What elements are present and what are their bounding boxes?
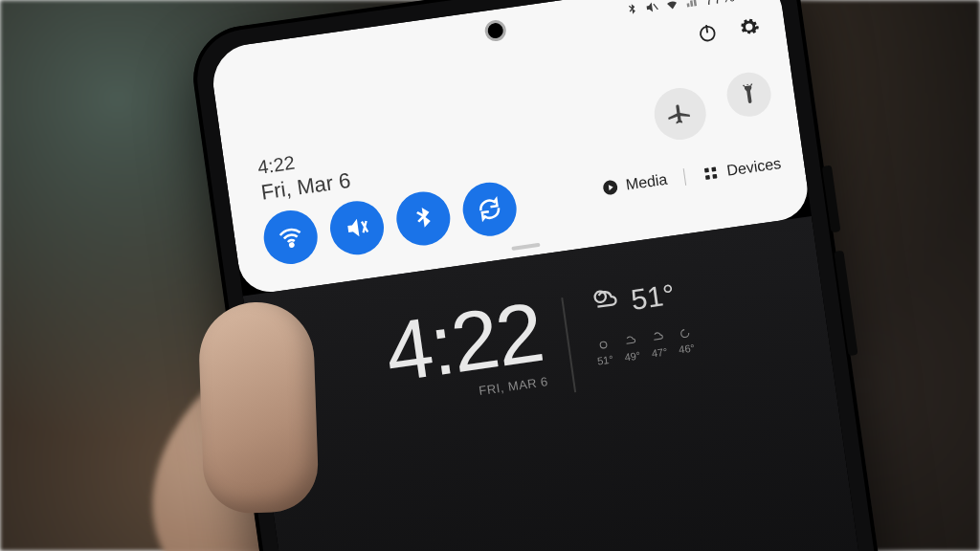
svg-rect-9 [711,166,716,171]
mute-status-icon [644,0,660,15]
forecast-item: 46° [676,325,696,356]
phone: 77% 4:22 Fri, Mar 6 [187,0,913,551]
forecast-temp: 46° [678,342,695,355]
status-bar: 77% [624,0,756,19]
weather-icon [587,282,624,325]
settings-button[interactable] [737,15,761,39]
forecast-temp: 47° [651,345,668,359]
forecast-temp: 49° [624,349,641,363]
mute-vibrate-toggle[interactable] [326,198,387,258]
battery-status-icon [740,0,756,2]
svg-point-13 [599,342,607,349]
auto-rotate-toggle[interactable] [459,179,520,239]
panel-top-buttons [696,15,761,45]
svg-rect-8 [704,167,709,172]
forecast-item: 47° [649,329,669,360]
shortcut-divider [683,168,686,186]
weather-widget[interactable]: 51° 51° 49° 47° 46° [587,273,695,366]
signal-status-icon [684,0,701,10]
home-divider [562,298,577,392]
forecast-item: 49° [621,333,641,364]
power-button[interactable] [696,21,720,45]
phone-screen: 77% 4:22 Fri, Mar 6 [209,0,892,551]
devices-shortcut[interactable]: Devices [702,155,783,183]
svg-rect-11 [712,174,717,179]
panel-clock: 4:22 Fri, Mar 6 [256,144,352,206]
svg-rect-10 [705,175,710,180]
wifi-toggle[interactable] [260,207,321,267]
home-time: 4:22 [381,294,546,390]
battery-percent: 77% [704,0,737,8]
wifi-status-icon [664,0,680,12]
bluetooth-toggle[interactable] [393,188,454,249]
svg-line-0 [654,4,658,11]
forecast-item: 51° [594,337,614,367]
panel-right-cluster: Media Devices [629,95,771,115]
home-clock: 4:22 FRI, MAR 6 [381,294,549,410]
devices-shortcut-label: Devices [725,155,782,180]
panel-drag-handle[interactable] [511,243,540,251]
airplane-toggle[interactable] [651,85,709,143]
media-shortcut-label: Media [625,171,669,194]
svg-point-5 [290,243,294,247]
svg-line-4 [706,25,707,33]
bluetooth-status-icon [625,2,641,18]
weather-temp: 51° [629,277,677,316]
flashlight-toggle[interactable] [724,70,774,120]
media-shortcut[interactable]: Media [600,171,668,198]
forecast-row: 51° 49° 47° 46° [594,325,696,367]
forecast-temp: 51° [596,353,613,366]
